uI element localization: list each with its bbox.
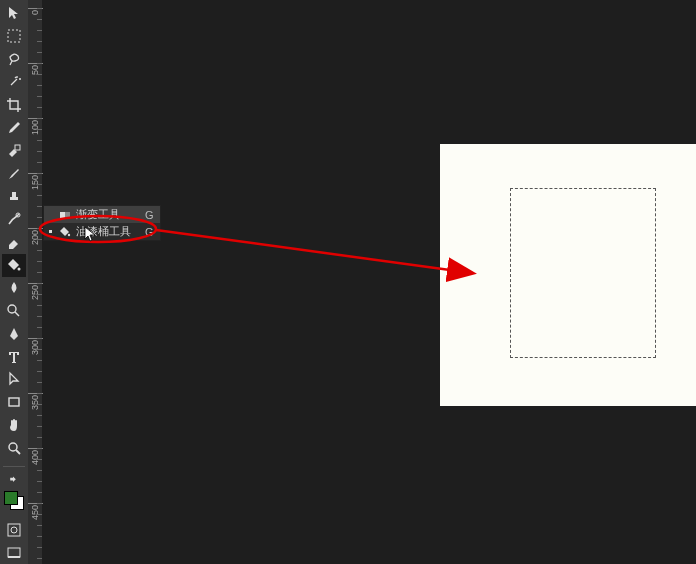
brush-tool[interactable] (2, 162, 26, 185)
flyout-item-label: 渐变工具 (76, 207, 141, 222)
svg-rect-1 (15, 145, 20, 150)
ruler-label: 300 (30, 340, 40, 355)
foreground-color-swatch[interactable] (4, 491, 18, 505)
ruler-label: 200 (30, 230, 40, 245)
flyout-item-shortcut: G (145, 209, 154, 221)
eraser-tool[interactable] (2, 231, 26, 254)
swap-colors-icon[interactable] (2, 473, 26, 487)
svg-rect-7 (8, 524, 20, 536)
ruler-label: 350 (30, 395, 40, 410)
tools-panel (0, 0, 28, 564)
svg-rect-9 (8, 548, 20, 557)
svg-rect-11 (60, 212, 65, 218)
flyout-item-paint-bucket[interactable]: 油漆桶工具 G (44, 223, 160, 240)
spot-healing-tool[interactable] (2, 139, 26, 162)
ruler-label: 250 (30, 285, 40, 300)
vertical-ruler: 0 50 100 150 200 250 300 350 400 450 (28, 0, 43, 564)
screenmode-tool[interactable] (2, 541, 26, 564)
svg-point-3 (18, 268, 21, 271)
svg-point-4 (8, 305, 16, 313)
flyout-active-dot (48, 212, 54, 218)
color-swatches[interactable] (2, 489, 26, 513)
eyedropper-tool[interactable] (2, 116, 26, 139)
magic-wand-tool[interactable] (2, 71, 26, 94)
gradient-icon (58, 208, 72, 222)
ruler-label: 400 (30, 450, 40, 465)
ruler-label: 0 (30, 10, 40, 15)
ruler-label: 150 (30, 175, 40, 190)
clone-stamp-tool[interactable] (2, 185, 26, 208)
mouse-cursor (84, 226, 98, 242)
flyout-active-dot (48, 229, 54, 235)
svg-rect-5 (9, 398, 19, 406)
toolbar-divider (3, 466, 25, 467)
zoom-tool[interactable] (2, 437, 26, 460)
history-brush-tool[interactable] (2, 208, 26, 231)
svg-rect-0 (8, 30, 20, 42)
paint-bucket-icon (58, 225, 72, 239)
marquee-selection[interactable] (510, 188, 656, 358)
flyout-item-gradient[interactable]: 渐变工具 G (44, 206, 160, 223)
svg-point-12 (68, 233, 70, 235)
flyout-item-shortcut: G (145, 226, 154, 238)
type-tool[interactable] (2, 345, 26, 368)
gradient-bucket-tool[interactable] (2, 254, 26, 277)
shape-tool[interactable] (2, 391, 26, 414)
blur-tool[interactable] (2, 277, 26, 300)
ruler-label: 450 (30, 505, 40, 520)
pen-tool[interactable] (2, 322, 26, 345)
crop-tool[interactable] (2, 94, 26, 117)
path-select-tool[interactable] (2, 368, 26, 391)
svg-point-6 (9, 443, 17, 451)
svg-point-8 (11, 527, 17, 533)
document-canvas[interactable] (440, 144, 696, 406)
tool-flyout-menu: 渐变工具 G 油漆桶工具 G (43, 205, 161, 241)
dodge-tool[interactable] (2, 299, 26, 322)
move-tool[interactable] (2, 2, 26, 25)
marquee-tool[interactable] (2, 25, 26, 48)
lasso-tool[interactable] (2, 48, 26, 71)
quickmask-tool[interactable] (2, 518, 26, 541)
ruler-label: 100 (30, 120, 40, 135)
canvas-area[interactable] (43, 0, 696, 564)
hand-tool[interactable] (2, 414, 26, 437)
